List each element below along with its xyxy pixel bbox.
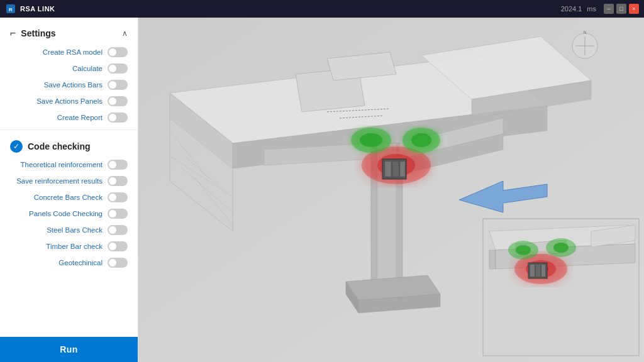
svg-rect-37 [385,162,391,177]
minimize-button[interactable]: – [604,4,614,14]
svg-text:N: N [583,30,586,35]
toggle-timber-bar[interactable] [108,241,128,251]
settings-title: Settings [21,28,55,38]
svg-text:R: R [9,7,13,13]
toggle-panels-code[interactable] [108,209,128,219]
toggle-label-panels-code: Panels Code Checking [15,210,108,217]
toggle-label-timber-bar: Timber Bar check [15,243,108,250]
toggle-geotechinical[interactable] [108,258,128,268]
toggle-row-save-panels: Save Actions Panels [0,93,138,109]
toggle-create-report[interactable] [108,112,128,123]
toggle-create-rsa[interactable] [108,47,128,57]
toggle-row-panels-code: Panels Code Checking [0,206,138,222]
toggle-label-save-reinf: Save reinforcement results [15,177,108,185]
toggle-label-theoretical: Theoretical reinforcement [15,161,108,168]
svg-point-52 [553,243,569,253]
toggle-label-create-rsa: Create RSA model [15,48,108,56]
svg-point-33 [360,133,382,147]
toggle-row-create-report: Create Report [0,109,138,126]
version-label: 2024.1 [561,5,582,13]
toggle-label-steel-bars: Steel Bars Check [15,226,108,234]
maximize-button[interactable]: □ [616,4,626,14]
toggle-row-timber-bar: Timber Bar check [0,238,138,255]
settings-icon: ⌐ [10,28,16,39]
svg-rect-56 [541,265,545,277]
code-checking-header: ✓ Code checking [0,134,138,156]
titlebar: R RSA LINK 2024.1 ms – □ × [0,0,644,18]
units-label: ms [587,5,596,13]
svg-rect-39 [400,162,405,177]
toggle-label-geotechinical: Geotechinical [15,259,108,266]
structural-drawing: N [138,18,644,362]
main-container: ⌐ Settings ∧ Create RSA model Calculate … [0,18,644,362]
toggle-save-bars[interactable] [108,80,128,90]
toggle-label-save-bars: Save Actions Bars [15,81,108,89]
svg-point-50 [516,245,531,255]
code-checking-title: Code checking [28,141,91,151]
toggle-label-calculate: Calculate [15,65,108,72]
toggle-row-geotechinical: Geotechinical [0,255,138,271]
app-icon: R [5,3,16,14]
toggle-theoretical[interactable] [108,160,128,170]
run-button[interactable]: Run [0,337,138,362]
svg-rect-54 [530,265,535,277]
toggle-save-reinf[interactable] [108,176,128,186]
toggle-row-concrete-bars: Concrete Bars Check [0,189,138,206]
toggle-label-create-report: Create Report [15,114,108,121]
toggle-row-save-reinf: Save reinforcement results [0,173,138,189]
right-panel: N [138,18,644,362]
toggle-row-steel-bars: Steel Bars Check [0,222,138,238]
toggle-save-panels[interactable] [108,96,128,106]
toggle-row-save-bars: Save Actions Bars [0,77,138,93]
toggle-label-concrete-bars: Concrete Bars Check [15,194,108,201]
settings-header-left: ⌐ Settings [10,28,56,39]
settings-chevron: ∧ [122,29,128,38]
panel-content: ⌐ Settings ∧ Create RSA model Calculate … [0,18,138,337]
titlebar-meta: 2024.1 ms [561,5,596,13]
checkmark-icon: ✓ [13,142,19,151]
toggle-row-calculate: Calculate [0,60,138,77]
code-check-icon: ✓ [10,140,23,153]
settings-section-header[interactable]: ⌐ Settings ∧ [0,23,138,44]
window-controls[interactable]: – □ × [604,4,639,14]
viewport-3d[interactable]: N [138,18,644,362]
svg-rect-38 [392,162,399,177]
svg-point-35 [411,133,431,147]
svg-rect-55 [536,265,540,277]
toggle-calculate[interactable] [108,63,128,74]
toggle-steel-bars[interactable] [108,225,128,235]
toggle-concrete-bars[interactable] [108,192,128,202]
app-title: RSA LINK [20,5,561,13]
divider-1 [0,129,138,130]
toggle-label-save-panels: Save Actions Panels [15,97,108,105]
toggle-row-theoretical: Theoretical reinforcement [0,156,138,173]
left-panel: ⌐ Settings ∧ Create RSA model Calculate … [0,18,138,362]
svg-marker-43 [489,250,496,269]
toggle-row-create-rsa: Create RSA model [0,44,138,60]
close-button[interactable]: × [629,4,639,14]
